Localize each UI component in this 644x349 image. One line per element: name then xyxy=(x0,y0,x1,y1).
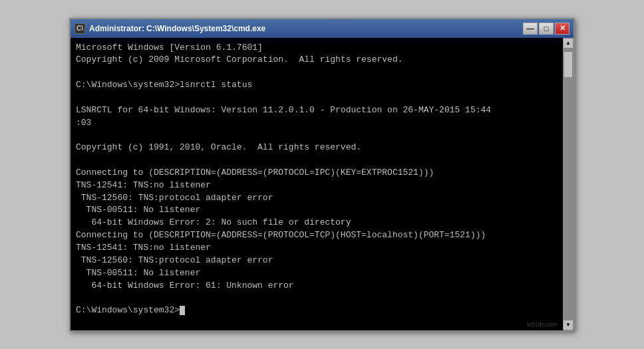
close-button[interactable]: ✕ xyxy=(555,23,569,35)
terminal-body: Microsoft Windows [Version 6.1.7601] Cop… xyxy=(71,38,573,330)
title-bar: C\ Administrator: C:\Windows\System32\cm… xyxy=(71,19,573,38)
site-watermark: w51dn.com xyxy=(527,321,558,328)
window-title: Administrator: C:\Windows\System32\cmd.e… xyxy=(89,24,265,33)
cursor xyxy=(180,306,185,315)
scroll-down-arrow[interactable]: ▼ xyxy=(563,320,573,330)
scroll-track xyxy=(563,49,573,320)
minimize-button[interactable]: — xyxy=(523,23,538,35)
title-bar-left: C\ Administrator: C:\Windows\System32\cm… xyxy=(75,23,265,34)
scroll-thumb[interactable] xyxy=(564,51,573,78)
scrollbar[interactable]: ▲ ▼ xyxy=(563,38,573,330)
maximize-button[interactable]: □ xyxy=(539,23,554,35)
cmd-icon: C\ xyxy=(75,23,85,34)
cmd-window: C\ Administrator: C:\Windows\System32\cm… xyxy=(69,18,575,332)
title-bar-buttons: — □ ✕ xyxy=(523,23,569,35)
scroll-up-arrow[interactable]: ▲ xyxy=(563,38,573,49)
terminal-content[interactable]: Microsoft Windows [Version 6.1.7601] Cop… xyxy=(76,42,568,318)
